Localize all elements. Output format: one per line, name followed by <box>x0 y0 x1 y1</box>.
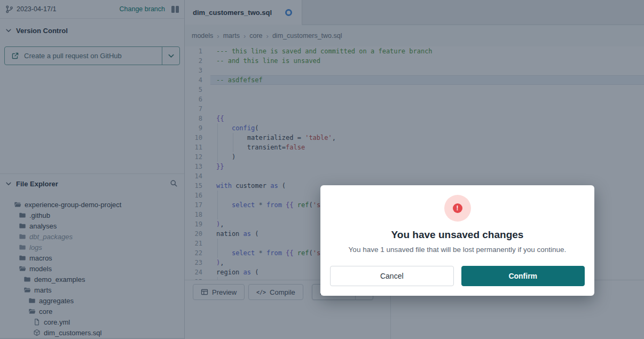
unsaved-changes-modal: ! You have unsaved changes You have 1 un… <box>320 185 594 296</box>
confirm-button[interactable]: Confirm <box>461 266 585 286</box>
cancel-button[interactable]: Cancel <box>330 266 454 286</box>
modal-title: You have unsaved changes <box>320 229 594 241</box>
modal-body: You have 1 unsaved file that will be los… <box>320 246 594 254</box>
modal-buttons: Cancel Confirm <box>320 266 594 286</box>
exclamation-icon: ! <box>453 203 462 213</box>
warning-icon: ! <box>444 195 471 222</box>
